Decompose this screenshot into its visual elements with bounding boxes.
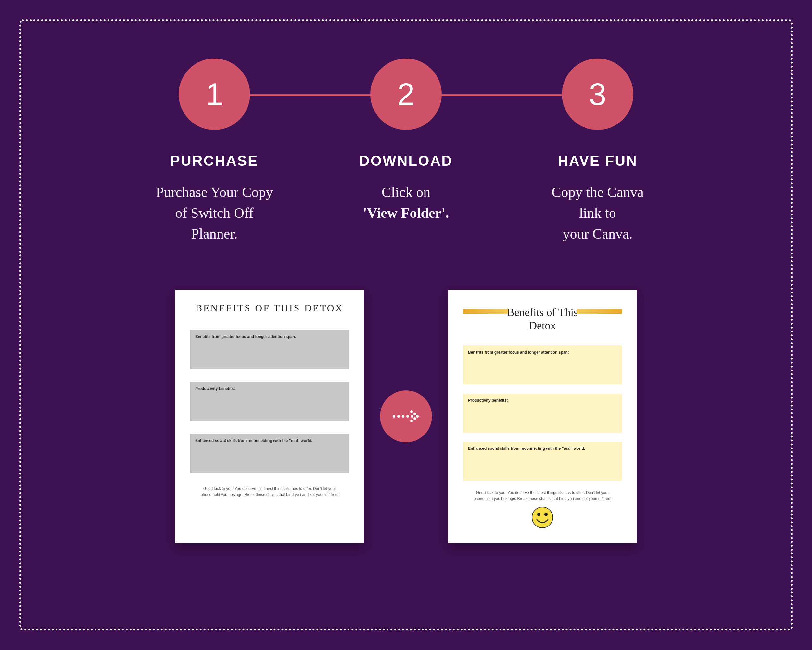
step-3-title: HAVE FUN: [558, 153, 638, 169]
page-b-title: Benefits of This Detox: [500, 306, 585, 332]
svg-point-8: [414, 417, 416, 420]
svg-point-12: [544, 513, 548, 516]
step-1-desc: Purchase Your Copy of Switch Off Planner…: [156, 182, 273, 244]
step-2: 2 DOWNLOAD Click on 'View Folder'.: [322, 58, 490, 223]
step-3-desc: Copy the Canva link to your Canva.: [551, 182, 644, 244]
step-2-desc-bold: 'View Folder'.: [363, 205, 449, 221]
svg-point-9: [410, 419, 413, 422]
svg-point-5: [410, 410, 413, 413]
step-2-desc-line-1: Click on: [382, 184, 430, 200]
step-3-number-circle: 3: [562, 58, 633, 130]
page-b-box-2-label: Productivity benefits:: [468, 398, 617, 403]
step-3-desc-line-1: Copy the Canva: [551, 184, 644, 200]
svg-point-3: [406, 415, 409, 418]
template-preview-after: Benefits of This Detox Benefits from gre…: [448, 289, 636, 543]
step-1-desc-line-3: Planner.: [191, 226, 238, 242]
svg-point-6: [414, 413, 416, 415]
svg-point-7: [416, 415, 419, 418]
arrow-circle: [380, 390, 432, 442]
page-b-box-3-label: Enhanced social skills from reconnecting…: [468, 446, 617, 451]
page-a-box-3-label: Enhanced social skills from reconnecting…: [195, 439, 344, 443]
step-1-title: PURCHASE: [171, 153, 258, 169]
step-1: 1 PURCHASE Purchase Your Copy of Switch …: [130, 58, 299, 244]
step-3-number: 3: [589, 76, 606, 112]
svg-point-10: [532, 507, 553, 528]
main-content: 1 PURCHASE Purchase Your Copy of Switch …: [0, 0, 812, 650]
gold-accent-right: [577, 309, 622, 314]
step-2-title: DOWNLOAD: [359, 153, 453, 169]
page-a-box-3: Enhanced social skills from reconnecting…: [190, 434, 349, 473]
step-3-desc-line-3: your Canva.: [563, 226, 632, 242]
page-a-box-1: Benefits from greater focus and longer a…: [190, 330, 349, 369]
steps-row: 1 PURCHASE Purchase Your Copy of Switch …: [130, 58, 682, 244]
svg-point-2: [402, 415, 404, 418]
step-2-number: 2: [397, 76, 414, 112]
page-b-footer: Good luck to you! You deserve the finest…: [463, 490, 622, 502]
svg-point-0: [393, 415, 395, 418]
page-a-title: BENEFITS OF THIS DETOX: [190, 303, 349, 314]
page-b-box-1-label: Benefits from greater focus and longer a…: [468, 350, 617, 355]
page-b-box-2: Productivity benefits:: [463, 393, 622, 433]
page-a-box-1-label: Benefits from greater focus and longer a…: [195, 335, 344, 339]
step-1-desc-line-2: of Switch Off: [175, 205, 253, 221]
page-a-footer: Good luck to you! You deserve the finest…: [190, 486, 349, 497]
svg-point-1: [397, 415, 400, 418]
page-a-box-2-label: Productivity benefits:: [195, 387, 344, 391]
step-3: 3 HAVE FUN Copy the Canva link to your C…: [513, 58, 682, 244]
template-preview-before: BENEFITS OF THIS DETOX Benefits from gre…: [176, 289, 364, 543]
preview-row: BENEFITS OF THIS DETOX Benefits from gre…: [176, 289, 636, 543]
step-2-desc: Click on 'View Folder'.: [363, 182, 449, 223]
step-1-number-circle: 1: [179, 58, 250, 130]
step-3-desc-line-2: link to: [579, 205, 616, 221]
gold-accent-left: [463, 309, 508, 314]
page-a-box-2: Productivity benefits:: [190, 382, 349, 421]
page-b-box-1: Benefits from greater focus and longer a…: [463, 346, 622, 384]
page-b-box-3: Enhanced social skills from reconnecting…: [463, 442, 622, 481]
svg-point-11: [537, 513, 540, 516]
smiley-face-icon: [531, 506, 554, 529]
step-1-number: 1: [206, 76, 223, 112]
step-2-number-circle: 2: [370, 58, 442, 130]
svg-point-4: [411, 415, 414, 418]
step-1-desc-line-1: Purchase Your Copy: [156, 184, 273, 200]
arrow-right-dotted-icon: [391, 407, 421, 426]
